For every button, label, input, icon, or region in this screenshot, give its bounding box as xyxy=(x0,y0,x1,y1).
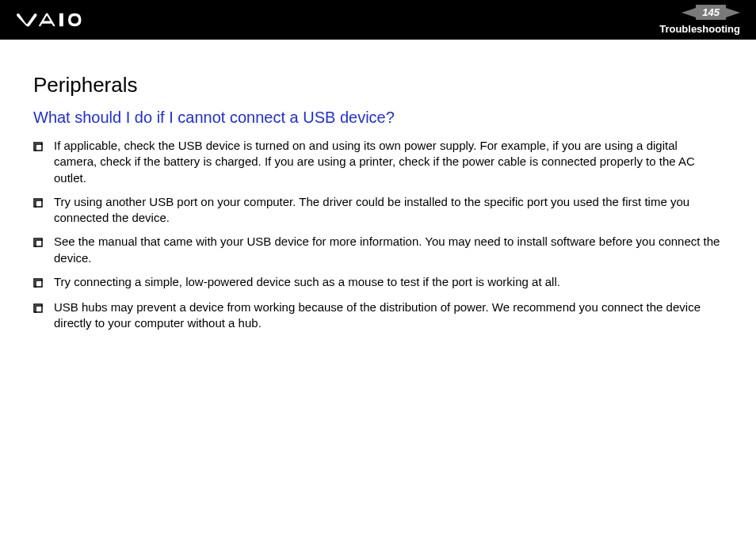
list-item: Try using another USB port on your compu… xyxy=(33,194,723,227)
bullet-text: Try connecting a simple, low-powered dev… xyxy=(54,274,723,290)
svg-marker-2 xyxy=(726,8,740,17)
header-right: 145 Troubleshooting xyxy=(659,5,740,35)
sub-heading: What should I do if I cannot connect a U… xyxy=(33,109,723,127)
bullet-text: See the manual that came with your USB d… xyxy=(54,234,723,266)
section-label: Troubleshooting xyxy=(659,23,740,35)
page-header: 145 Troubleshooting xyxy=(0,0,756,40)
bullet-text: Try using another USB port on your compu… xyxy=(54,194,723,227)
bullet-icon xyxy=(33,139,43,155)
bullet-icon xyxy=(33,276,43,292)
bullet-text: If applicable, check the USB device is t… xyxy=(54,138,723,186)
list-item: Try connecting a simple, low-powered dev… xyxy=(33,274,723,292)
page-content: Peripherals What should I do if I cannot… xyxy=(0,40,756,356)
page-number: 145 xyxy=(696,5,726,20)
list-item: If applicable, check the USB device is t… xyxy=(33,138,723,186)
page-nav: 145 xyxy=(682,5,740,20)
prev-page-arrow-icon[interactable] xyxy=(682,8,696,17)
list-item: See the manual that came with your USB d… xyxy=(33,234,723,266)
bullet-icon xyxy=(33,235,43,251)
svg-marker-1 xyxy=(682,8,696,17)
svg-rect-0 xyxy=(59,13,63,27)
next-page-arrow-icon[interactable] xyxy=(726,8,740,17)
bullet-icon xyxy=(33,301,43,317)
bullet-text: USB hubs may prevent a device from worki… xyxy=(54,299,723,332)
bullet-list: If applicable, check the USB device is t… xyxy=(33,138,723,332)
bullet-icon xyxy=(33,196,43,212)
list-item: USB hubs may prevent a device from worki… xyxy=(33,299,723,332)
main-heading: Peripherals xyxy=(33,73,723,97)
vaio-logo xyxy=(16,12,103,28)
